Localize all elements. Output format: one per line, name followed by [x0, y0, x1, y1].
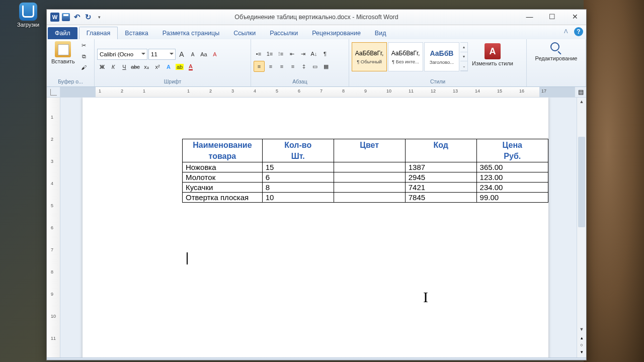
document-area[interactable]: Наименованиетовара Кол-воШт. Цвет Код Це…	[60, 98, 577, 357]
group-font-label: Шрифт	[97, 78, 248, 86]
minimize-button[interactable]: —	[518, 10, 541, 24]
text-cursor	[187, 252, 188, 264]
table-row[interactable]: Отвертка плоская10784599.00	[183, 193, 548, 203]
group-paragraph-label: Абзац	[254, 78, 346, 86]
close-button[interactable]: ✕	[564, 10, 586, 24]
horizontal-ruler-area: 1211234567891011121314151617 ▤	[47, 87, 586, 98]
shading-button[interactable]: ▭	[310, 61, 320, 71]
clear-formatting-button[interactable]: A	[210, 49, 220, 59]
table-header[interactable]: Наименованиетовара	[183, 139, 263, 162]
font-size-combo[interactable]: 11	[148, 49, 176, 60]
wallpaper-fragment	[584, 0, 644, 362]
styles-gallery-more[interactable]: ▴▾⌄	[460, 42, 468, 71]
ribbon: Вставить ✂ ⧉ 🖌 Буфер о... Calibri (Осно …	[47, 39, 586, 87]
find-button[interactable]: Редактирование	[533, 40, 580, 62]
bold-button[interactable]: Ж	[97, 62, 107, 72]
mouse-ibeam-cursor: I	[423, 289, 428, 306]
sort-button[interactable]: A↓	[309, 49, 319, 59]
next-page-button[interactable]: ▾	[577, 348, 586, 355]
table-header[interactable]: ЦенаРуб.	[476, 139, 548, 162]
paste-button[interactable]: Вставить	[49, 40, 77, 65]
justify-button[interactable]: ≡	[288, 61, 298, 71]
underline-button[interactable]: Ч	[119, 62, 129, 72]
paste-icon	[55, 41, 71, 57]
numbering-button[interactable]: 1≡	[265, 49, 275, 59]
table-header[interactable]: Код	[405, 139, 476, 162]
vertical-ruler[interactable]: 123456789101112	[47, 98, 60, 357]
document-table[interactable]: Наименованиетовара Кол-воШт. Цвет Код Це…	[182, 139, 548, 203]
font-family-combo[interactable]: Calibri (Осно	[97, 49, 147, 60]
style-normal[interactable]: АаБбВвГг, ¶ Обычный	[352, 42, 387, 71]
group-clipboard-label: Буфер о...	[49, 78, 92, 86]
table-row[interactable]: Молоток62945123.00	[183, 172, 548, 183]
tab-stop-selector[interactable]	[47, 87, 60, 97]
borders-button[interactable]: ▦	[321, 61, 331, 71]
increase-indent-button[interactable]: ⇥	[298, 49, 308, 59]
style-heading1[interactable]: АаБбВ Заголово...	[424, 42, 459, 71]
align-right-button[interactable]: ≡	[277, 61, 287, 71]
tab-page-layout[interactable]: Разметка страницы	[155, 27, 226, 39]
font-color-button[interactable]: A	[186, 62, 196, 72]
change-case-button[interactable]: Aa	[199, 49, 209, 59]
text-effects-button[interactable]: A	[164, 62, 174, 72]
group-styles-label: Стили	[352, 78, 524, 86]
change-styles-icon	[485, 43, 501, 59]
maximize-button[interactable]: ☐	[541, 10, 564, 24]
align-left-button[interactable]: ≡	[254, 61, 265, 72]
desktop-shortcut-downloads[interactable]: Загрузки	[17, 3, 39, 28]
downloads-icon	[19, 3, 37, 21]
change-styles-label: Изменить стили	[472, 60, 513, 66]
shrink-font-button[interactable]: A	[188, 49, 198, 59]
scroll-down-button[interactable]: ▼	[577, 325, 586, 333]
ribbon-tabs: Файл Главная Вставка Разметка страницы С…	[47, 25, 586, 39]
copy-button[interactable]: ⧉	[79, 51, 89, 61]
window-title: Объединение таблиц вертикально.docx - Mi…	[47, 14, 586, 21]
tab-review[interactable]: Рецензирование	[305, 27, 368, 39]
show-marks-button[interactable]: ¶	[320, 49, 330, 59]
tab-mailings[interactable]: Рассылки	[263, 27, 305, 39]
find-icon	[549, 41, 562, 54]
table-row[interactable]: Ножовка151387365.00	[183, 162, 548, 172]
table-header[interactable]: Кол-воШт.	[262, 139, 334, 162]
change-styles-button[interactable]: Изменить стили	[470, 42, 515, 67]
tab-insert[interactable]: Вставка	[118, 27, 155, 39]
tab-view[interactable]: Вид	[368, 27, 393, 39]
styles-gallery[interactable]: АаБбВвГг, ¶ Обычный АаБбВвГг, ¶ Без инте…	[352, 42, 468, 71]
italic-button[interactable]: К	[108, 62, 118, 72]
collapse-ribbon-icon[interactable]: ᐱ	[564, 28, 571, 35]
tab-home[interactable]: Главная	[79, 27, 118, 39]
vertical-scrollbar[interactable]: ▲ ▼ ▴ ○ ▾	[577, 98, 586, 357]
grow-font-button[interactable]: A	[177, 49, 187, 59]
help-button[interactable]: ?	[574, 27, 583, 36]
subscript-button[interactable]: x₂	[141, 62, 151, 72]
table-row[interactable]: Кусачки87421234.00	[183, 183, 548, 193]
horizontal-ruler[interactable]: 1211234567891011121314151617	[60, 87, 575, 97]
strikethrough-button[interactable]: abc	[130, 62, 140, 72]
line-spacing-button[interactable]: ‡	[299, 61, 309, 71]
decrease-indent-button[interactable]: ⇤	[287, 49, 297, 59]
align-center-button[interactable]: ≡	[266, 61, 276, 71]
format-painter-button[interactable]: 🖌	[79, 62, 89, 72]
editing-label: Редактирование	[535, 55, 578, 61]
word-window: W ↶ ↻ ▾ Объединение таблиц вертикально.d…	[46, 9, 587, 360]
bullets-button[interactable]: •≡	[254, 49, 264, 59]
page[interactable]: Наименованиетовара Кол-воШт. Цвет Код Це…	[83, 98, 548, 357]
browse-object-button[interactable]: ○	[577, 341, 586, 348]
table-header[interactable]: Цвет	[334, 139, 405, 162]
multilevel-list-button[interactable]: ⁝≡	[276, 49, 286, 59]
superscript-button[interactable]: x²	[152, 62, 163, 72]
highlight-button[interactable]: ab	[175, 62, 185, 72]
scrollbar-thumb[interactable]	[578, 137, 585, 227]
tab-file[interactable]: Файл	[48, 27, 77, 39]
titlebar[interactable]: W ↶ ↻ ▾ Объединение таблиц вертикально.d…	[47, 10, 586, 25]
style-no-spacing[interactable]: АаБбВвГг, ¶ Без инте...	[388, 42, 423, 71]
scroll-up-button[interactable]: ▲	[577, 98, 586, 106]
tab-references[interactable]: Ссылки	[226, 27, 263, 39]
statusbar[interactable]	[47, 357, 586, 360]
paste-label: Вставить	[51, 58, 75, 64]
view-ruler-toggle[interactable]: ▤	[575, 87, 586, 97]
cut-button[interactable]: ✂	[79, 40, 89, 50]
prev-page-button[interactable]: ▴	[577, 334, 586, 341]
desktop-shortcut-label: Загрузки	[17, 22, 39, 28]
